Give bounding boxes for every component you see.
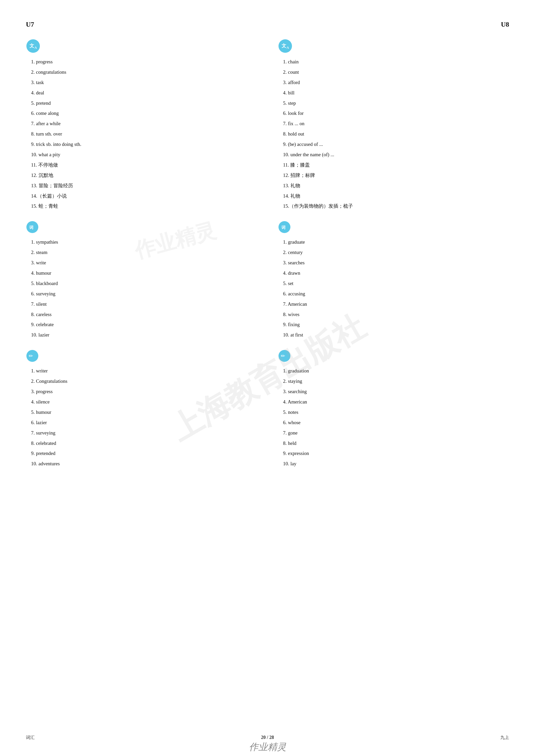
list-item: 5. set [283, 278, 509, 289]
list-item: 3. searches [283, 257, 509, 268]
list-item: 9. expression [283, 448, 509, 459]
list-item: 7. surveying [31, 428, 257, 438]
list-item: 9. celebrate [31, 319, 257, 330]
list-item: 4. silence [31, 397, 257, 407]
list-item: 8. careless [31, 309, 257, 320]
list-item: 7. after a while [31, 119, 257, 129]
unit-title-u7: U7 [26, 21, 34, 28]
u7-section-ci: 词 1. sympathies 2. steam 3. write 4. hum… [26, 221, 257, 340]
list-item: 4. American [283, 397, 509, 407]
u7-section-write-list: 1. writer 2. Congratulations 3. progress… [26, 366, 257, 469]
list-item: 1. progress [31, 57, 257, 67]
u7-section-ci-list: 1. sympathies 2. steam 3. write 4. humou… [26, 237, 257, 340]
list-item: 13. 礼物 [283, 180, 509, 191]
list-item: 7. gone [283, 428, 509, 438]
list-item: 12. 招牌；标牌 [283, 170, 509, 180]
u7-section-write: ✏ 1. writer 2. Congratulations 3. progre… [26, 349, 257, 469]
list-item: 5. pretend [31, 98, 257, 108]
u8-pencil-icon: ✏ [278, 349, 291, 364]
list-item: 5. notes [283, 407, 509, 418]
u7-ci-icon: 词 [26, 221, 39, 235]
list-item: 10. lay [283, 459, 509, 469]
footer-page-number: 20 / 28 [261, 735, 274, 740]
svg-text:A: A [34, 45, 37, 49]
list-item: 2. Congratulations [31, 376, 257, 387]
list-item: 6. lazier [31, 418, 257, 428]
list-item: 6. surveying [31, 289, 257, 299]
list-item: 11. 不停地做 [31, 160, 257, 170]
u7-section-a-list: 1. progress 2. congratulations 3. task 4… [26, 57, 257, 211]
list-item: 4. bill [283, 88, 509, 98]
u8-section-write: ✏ 1. graduation 2. staying 3. searching … [278, 349, 509, 469]
u7-pencil-icon: ✏ [26, 349, 39, 364]
list-item: 6. look for [283, 108, 509, 119]
list-item: 15. 蛙；青蛙 [31, 201, 257, 211]
u8-ci-icon: 词 [278, 221, 291, 235]
page-header: U7 U8 [26, 21, 509, 28]
list-item: 14.（长篇）小说 [31, 191, 257, 201]
list-item: 4. deal [31, 88, 257, 98]
list-item: 5. step [283, 98, 509, 108]
footer-logo: 作业精灵 [249, 741, 286, 753]
list-item: 6. accusing [283, 289, 509, 299]
list-item: 7. fix ... on [283, 119, 509, 129]
list-item: 3. progress [31, 387, 257, 397]
list-item: 7. silent [31, 299, 257, 309]
list-item: 6. whose [283, 418, 509, 428]
u8-column: 文 A 1. chain 2. count 3. afford 4. bill … [278, 39, 509, 478]
u8-wen-icon: 文 A [278, 39, 293, 55]
list-item: 3. afford [283, 77, 509, 88]
list-item: 5. blackboard [31, 278, 257, 289]
content-columns: 文 A 1. progress 2. congratulations 3. ta… [26, 39, 509, 478]
list-item: 12. 沉默地 [31, 170, 257, 180]
list-item: 8. celebrated [31, 438, 257, 448]
list-item: 9. trick sb. into doing sth. [31, 139, 257, 149]
u8-section-a-list: 1. chain 2. count 3. afford 4. bill 5. s… [278, 57, 509, 211]
list-item: 1. writer [31, 366, 257, 376]
u7-wen-icon: 文 A [26, 39, 41, 55]
list-item: 2. congratulations [31, 67, 257, 77]
list-item: 10. at first [283, 330, 509, 340]
footer-right-label: 九上 [500, 735, 509, 741]
list-item: 15.（作为装饰物的）发插；梳子 [283, 201, 509, 211]
list-item: 8. hold out [283, 129, 509, 139]
page-footer: 词汇 20 / 28 九上 [0, 735, 535, 741]
list-item: 9. pretended [31, 448, 257, 459]
list-item: 8. held [283, 438, 509, 448]
list-item: 14. 礼物 [283, 191, 509, 201]
list-item: 10. what a pity [31, 149, 257, 160]
list-item: 6. come along [31, 108, 257, 119]
list-item: 1. graduation [283, 366, 509, 376]
list-item: 11. 膝；膝盖 [283, 160, 509, 170]
list-item: 4. humour [31, 268, 257, 278]
list-item: 2. century [283, 247, 509, 257]
list-item: 3. task [31, 77, 257, 88]
list-item: 10. lazier [31, 330, 257, 340]
list-item: 2. count [283, 67, 509, 77]
svg-text:文: 文 [282, 43, 286, 48]
list-item: 10. adventures [31, 459, 257, 469]
u8-section-ci-list: 1. graduate 2. century 3. searches 4. dr… [278, 237, 509, 340]
list-item: 7. American [283, 299, 509, 309]
svg-text:A: A [287, 45, 289, 49]
list-item: 13. 冒险；冒险经历 [31, 180, 257, 191]
list-item: 9. (be) accused of ... [283, 139, 509, 149]
list-item: 8. wives [283, 309, 509, 320]
u8-section-a: 文 A 1. chain 2. count 3. afford 4. bill … [278, 39, 509, 211]
list-item: 5. humour [31, 407, 257, 418]
u8-section-write-list: 1. graduation 2. staying 3. searching 4.… [278, 366, 509, 469]
list-item: 1. sympathies [31, 237, 257, 247]
list-item: 3. write [31, 257, 257, 268]
list-item: 2. steam [31, 247, 257, 257]
u7-section-a: 文 A 1. progress 2. congratulations 3. ta… [26, 39, 257, 211]
list-item: 2. staying [283, 376, 509, 387]
list-item: 8. turn sth. over [31, 129, 257, 139]
list-item: 1. chain [283, 57, 509, 67]
list-item: 4. drawn [283, 268, 509, 278]
list-item: 10. under the name (of) ... [283, 149, 509, 160]
list-item: 9. fixing [283, 319, 509, 330]
u8-section-ci: 词 1. graduate 2. century 3. searches 4. … [278, 221, 509, 340]
unit-title-u8: U8 [501, 21, 509, 28]
svg-text:✏: ✏ [281, 353, 285, 359]
list-item: 3. searching [283, 387, 509, 397]
